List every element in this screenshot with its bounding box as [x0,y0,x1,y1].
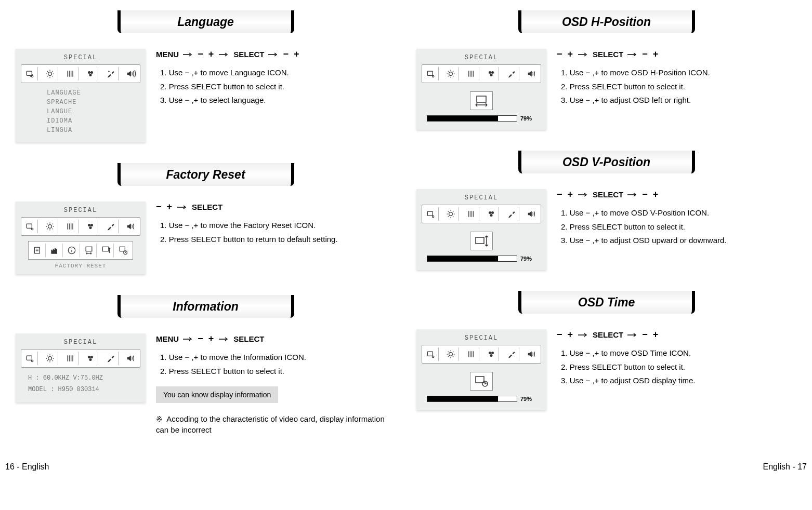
plus-icon: + [568,189,574,200]
steps-language: MENU − + SELECT − + 1. Use − ,+ to move … [156,49,396,109]
step-sequence: MENU − + SELECT [156,333,396,344]
minus-icon: − [198,333,204,344]
tools-icon [504,347,519,361]
steps-information: MENU − + SELECT 1. Use − ,+ to move the … [156,333,396,435]
osd-panel-factory: SPECIAL [16,202,146,274]
svg-rect-30 [477,96,486,102]
brightness-icon [43,67,58,80]
geometry-icon [63,352,78,365]
geometry-icon [464,207,479,221]
osd-title: SPECIAL [422,194,541,202]
lang-item: LINGUA [47,126,137,135]
instr-line: 2. Press SELECT button to select it. [561,81,796,93]
svg-rect-14 [86,247,92,251]
svg-point-8 [48,225,52,229]
svg-point-1 [31,75,33,77]
vpos-sub-icon [98,244,114,257]
color-icon [483,347,499,361]
sound-icon [123,67,139,80]
plus-icon: + [208,49,215,60]
osd-slider: 79% [422,223,541,265]
info-sub-icon [64,244,80,257]
osd-title: SPECIAL [21,339,140,346]
select-label: SELECT [192,203,222,211]
vpos-icon [470,232,493,250]
section-osd-vpos: OSD V-Position SPECIAL [416,151,796,270]
osd-panel-information: SPECIAL H : 60.0KHZ V:75.0HZ MODEL : H95… [16,333,146,402]
plus-icon: + [653,189,660,200]
svg-point-9 [88,224,90,226]
tools-icon [103,67,119,80]
minus-icon: − [642,189,649,200]
footnote-text: Accoding to the characteristic of video … [156,414,385,434]
lang-item: LANGUAGE [47,88,137,98]
svg-point-2 [48,72,52,76]
instr-line: 1. Use − ,+ to move OSD V-Position ICON. [561,207,796,219]
step-sequence: − + SELECT − + [557,329,796,340]
page-spread: Language SPECIAL LANGUAGE SPRACH [16,10,796,456]
sound-icon [123,352,139,365]
svg-point-28 [491,71,494,74]
svg-rect-0 [27,71,32,75]
page-footer: 16 - English English - 17 [0,462,812,472]
svg-point-5 [89,74,91,76]
section-osd-hpos: OSD H-Position SPECIAL [416,10,796,130]
svg-rect-38 [427,352,433,356]
slider-track [427,115,517,122]
instr-line: 1. Use − ,+ to move OSD Time ICON. [561,347,796,359]
select-label: SELECT [593,330,623,339]
section-header: Factory Reset [117,163,294,186]
instr-line: 1. Use − ,+ to move Language ICON. [160,67,396,79]
minus-icon: − [642,329,649,340]
heading-language: Language [177,15,234,29]
heading-vpos: OSD V-Position [562,155,650,169]
brightness-icon [443,207,459,221]
select-label: SELECT [593,190,623,199]
minus-icon: − [156,202,163,212]
arrow-icon [177,205,188,209]
steps-hpos: − + SELECT − + 1. Use − ,+ to move OSD H… [557,49,796,109]
minus-icon: − [198,49,204,60]
osd-panel-vpos: SPECIAL [416,189,546,270]
osd-language-list: LANGUAGE SPRACHE LANGUE IDIOMA LINGUA [21,83,140,137]
tools-icon [103,220,119,233]
brightness-icon [443,347,459,361]
position-icon [22,220,38,233]
svg-rect-16 [120,247,125,251]
arrow-icon [183,337,193,341]
instr-line: 2. Press SELECT button to select it. [160,81,396,93]
instructions: 1. Use − ,+ to move Language ICON. 2. Pr… [156,67,396,106]
osd-icon-row [21,217,140,236]
heading-hpos: OSD H-Position [562,15,651,29]
sound-icon [524,347,540,361]
svg-point-25 [432,75,434,77]
language-sub-icon [30,244,46,257]
section-osd-time: OSD Time SPECIAL [416,291,796,410]
geometry-icon [464,347,479,361]
instr-line: 3. Use − ,+ to select language. [160,95,396,106]
svg-point-29 [490,74,492,76]
heading-factory: Factory Reset [166,168,245,182]
color-icon [483,207,499,221]
minus-icon: − [642,49,649,60]
osd-icon-row [21,349,140,368]
slider-track [427,256,517,262]
color-icon [483,67,499,80]
arrow-icon [578,333,588,337]
slider-track [427,396,517,402]
step-sequence: − + SELECT − + [557,189,796,200]
osd-title: SPECIAL [422,334,541,342]
arrow-icon [578,193,588,197]
osd-title: SPECIAL [21,54,140,61]
svg-rect-31 [427,211,433,216]
info-line-model: MODEL : H950 030314 [28,384,137,396]
plus-icon: + [294,49,300,60]
section-information: Information SPECIAL H : 60.0KHZ V:75.0HZ [16,295,396,435]
minus-icon: − [557,329,564,340]
svg-point-3 [88,71,90,74]
arrow-icon [627,333,638,337]
minus-icon: − [283,49,290,60]
section-header: OSD V-Position [518,151,695,173]
instr-line: 1. Use − ,+ to move the Information ICON… [160,352,396,364]
svg-point-20 [48,357,52,360]
